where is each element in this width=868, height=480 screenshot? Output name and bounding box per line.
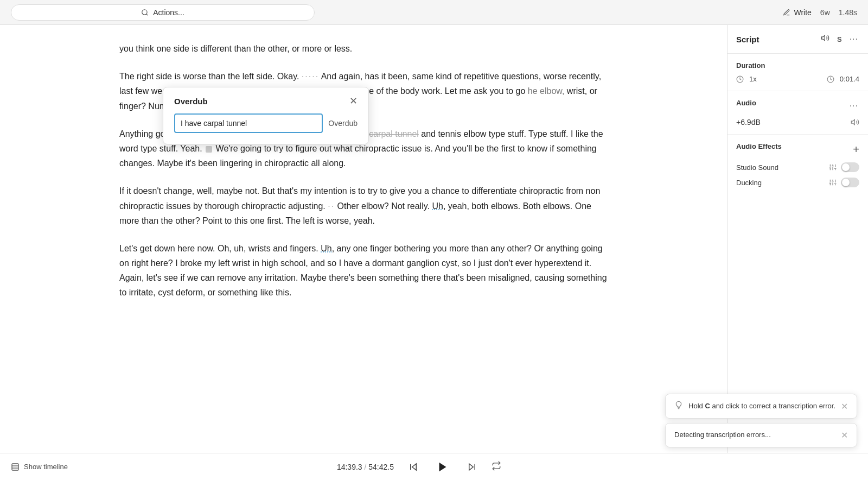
timeline-icon — [11, 463, 20, 471]
svg-marker-27 — [412, 464, 417, 470]
speed-value: 1x — [749, 75, 757, 83]
audio-section: Audio ··· +6.9dB — [727, 91, 868, 135]
stats-time: 1.48s — [839, 8, 857, 17]
effect-row-ducking: Ducking — [736, 178, 859, 187]
audio-db-value: +6.9dB — [736, 118, 761, 127]
ducking-label: Ducking — [736, 179, 762, 187]
ducking-toggle[interactable] — [841, 178, 859, 187]
toast-1-text: Hold C and click to correct a transcript… — [688, 401, 835, 411]
studio-sound-toggle-knob — [842, 163, 850, 171]
svg-marker-29 — [439, 462, 446, 471]
show-timeline-label: Show timeline — [24, 463, 68, 471]
speaker-icon — [821, 34, 829, 42]
paragraph-1: + you think one side is different than t… — [119, 41, 608, 56]
play-button[interactable] — [433, 457, 452, 477]
studio-sound-label: Studio Sound — [736, 163, 778, 172]
audio-effects-section: Audio Effects + Studio Sound — [727, 135, 868, 200]
svg-point-0 — [142, 9, 147, 14]
audio-more-btn[interactable]: ··· — [848, 100, 859, 112]
editor-content: + you think one side is different than t… — [119, 41, 608, 300]
current-time: 14:39.3 — [337, 463, 362, 471]
audio-wave-icon — [851, 118, 859, 127]
loop-icon — [492, 461, 501, 471]
toast-1-close-button[interactable]: ✕ — [841, 401, 848, 412]
paragraph-5: Let's get down here now. Oh, uh, wrists … — [119, 241, 608, 300]
modal-body: Overdub — [174, 113, 358, 133]
overdub-input[interactable] — [174, 113, 323, 133]
svg-marker-5 — [851, 119, 854, 124]
play-icon — [437, 461, 449, 473]
duration-section: Duration 1x 0:01.4 — [727, 54, 868, 91]
modal-close-button[interactable]: ✕ — [349, 96, 358, 106]
loop-button[interactable] — [492, 461, 501, 473]
panel-header: Script S ··· — [727, 25, 868, 54]
toast-1: Hold C and click to correct a transcript… — [665, 394, 857, 419]
svg-marker-2 — [821, 35, 825, 40]
bottom-bar: Show timeline 14:39.3 / 54:42.5 — [0, 453, 868, 480]
svg-marker-30 — [469, 464, 474, 470]
duration-row: 1x 0:01.4 — [736, 75, 859, 83]
studio-sound-controls — [829, 162, 859, 172]
effect-row-studio-sound: Studio Sound — [736, 162, 859, 172]
skip-forward-icon — [467, 462, 477, 472]
panel-header-icons: S ··· — [820, 33, 859, 46]
right-panel: Script S ··· Duration — [727, 25, 868, 453]
uh-2: Uh, — [321, 244, 334, 253]
clock-icon — [827, 75, 834, 83]
studio-sound-toggle[interactable] — [841, 162, 859, 172]
modal-header: Overdub ✕ — [174, 96, 358, 106]
show-timeline-button[interactable]: Show timeline — [11, 463, 68, 471]
lightbulb-icon — [674, 401, 683, 409]
time-display: 14:39.3 / 54:42.5 — [337, 463, 394, 471]
skip-back-button[interactable] — [405, 458, 422, 476]
write-button[interactable]: Write — [783, 8, 811, 17]
search-icon — [141, 9, 149, 16]
toast-2: Detecting transcription errors... ✕ — [665, 423, 857, 447]
playback-controls: 14:39.3 / 54:42.5 — [337, 457, 501, 477]
more-icon: ··· — [850, 34, 858, 43]
toast-container: Hold C and click to correct a transcript… — [665, 394, 857, 447]
para-5-text: Let's get down here now. Oh, uh, wrists … — [119, 244, 607, 298]
ducking-toggle-knob — [842, 179, 850, 186]
pen-icon — [783, 9, 790, 16]
uh-1: Uh, — [432, 201, 445, 211]
top-right-controls: Write 6w 1.48s — [783, 8, 857, 17]
audio-effects-header: Audio Effects + — [736, 142, 859, 156]
main-layout: + you think one side is different than t… — [0, 25, 868, 453]
dots-2: ·· — [328, 201, 335, 211]
stats-words: 6w — [820, 8, 830, 17]
top-bar: Actions... Write 6w 1.48s — [0, 0, 868, 25]
add-effect-btn[interactable]: + — [853, 144, 859, 155]
more-options-btn[interactable]: ··· — [848, 33, 859, 45]
sound-icon-btn[interactable] — [820, 33, 831, 46]
ducking-controls — [829, 178, 859, 187]
modal-title: Overdub — [174, 97, 208, 106]
audio-effects-label: Audio Effects — [736, 142, 782, 150]
skip-back-icon — [409, 462, 418, 472]
speed-icon — [736, 75, 744, 83]
toast-2-text: Detecting transcription errors... — [674, 430, 835, 440]
toast-2-close-button[interactable]: ✕ — [841, 430, 848, 440]
ducking-settings-icon[interactable] — [829, 179, 837, 186]
studio-sound-settings-icon[interactable] — [829, 163, 837, 171]
total-time: 54:42.5 — [368, 463, 394, 471]
s-badge-btn[interactable]: S — [836, 33, 843, 45]
overdub-modal: Overdub ✕ Overdub — [163, 87, 369, 144]
audio-value-row: +6.9dB — [736, 118, 859, 127]
audio-section-header: Audio ··· — [736, 99, 859, 112]
svg-line-1 — [146, 14, 148, 15]
audio-more-icon: ··· — [850, 101, 858, 110]
actions-label: Actions... — [153, 8, 184, 17]
audio-label: Audio — [736, 99, 756, 107]
actions-button[interactable]: Actions... — [11, 4, 315, 21]
panel-title: Script — [736, 35, 760, 44]
paragraph-4: If it doesn't change, well, maybe not. B… — [119, 184, 608, 228]
s-badge: S — [837, 35, 842, 43]
duration-label: Duration — [736, 61, 859, 70]
overdub-action-button[interactable]: Overdub — [328, 119, 358, 128]
toast-1-icon — [674, 401, 683, 412]
para-4-text: If it doesn't change, well, maybe not. B… — [119, 186, 600, 225]
skip-forward-button[interactable] — [463, 458, 481, 476]
para-1-text: you think one side is different than the… — [119, 44, 352, 53]
dots-1: ····· — [302, 72, 319, 81]
